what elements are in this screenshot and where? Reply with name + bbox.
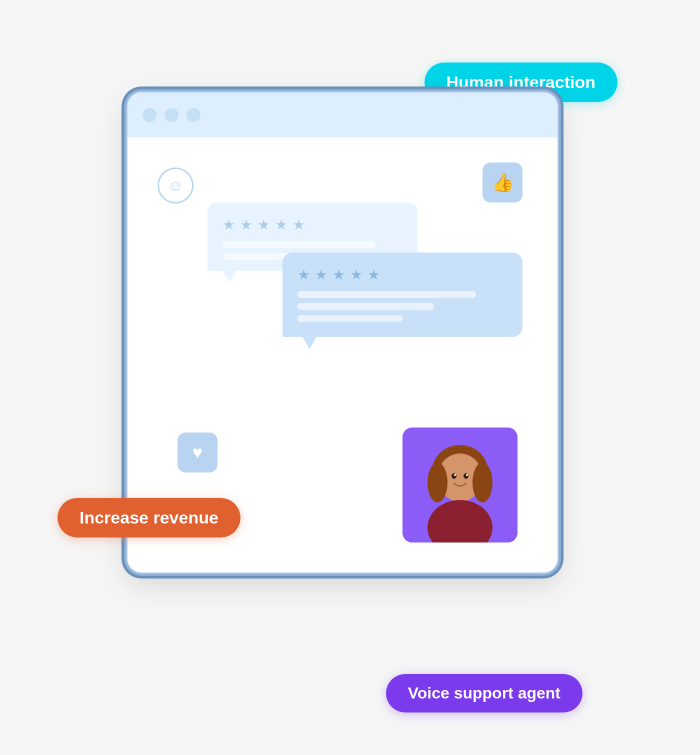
svg-point-8 [464,474,468,479]
stars-row-2: ★ ★ ★ ★ ★ [298,266,508,283]
increase-revenue-badge: Increase revenue [58,498,240,538]
star-5: ★ [368,266,380,283]
smiley-icon: ☺ [158,168,194,204]
chat-line [222,241,376,248]
chat-line [298,291,476,298]
browser-titlebar [128,92,558,138]
window-dot-3 [186,108,200,122]
star-2: ★ [240,216,252,233]
voice-support-agent-badge: Voice support agent [386,674,582,712]
thumbs-up-icon: 👍 [482,162,522,202]
agent-photo [402,428,518,542]
chat-line [298,303,434,310]
svg-point-3 [428,462,448,502]
scene-container: Human interaction ☺ 👍 ♥ ★ ★ [88,52,612,702]
star-4: ★ [350,266,362,283]
chat-bubble-2: ★ ★ ★ ★ ★ [282,252,522,337]
star-4: ★ [275,216,288,233]
svg-point-10 [466,474,468,476]
star-1: ★ [222,216,235,233]
svg-point-4 [472,462,492,502]
star-1: ★ [298,266,310,283]
star-2: ★ [315,266,328,283]
window-dot-2 [164,108,178,122]
star-3: ★ [258,216,270,233]
chat-line [298,315,402,322]
svg-point-9 [454,474,456,476]
window-dot-1 [142,108,156,122]
stars-row-1: ★ ★ ★ ★ ★ [222,216,402,233]
star-3: ★ [332,266,345,283]
star-5: ★ [292,216,305,233]
agent-avatar-svg [402,428,518,542]
svg-point-7 [452,474,456,479]
chat-lines-2 [298,291,508,322]
